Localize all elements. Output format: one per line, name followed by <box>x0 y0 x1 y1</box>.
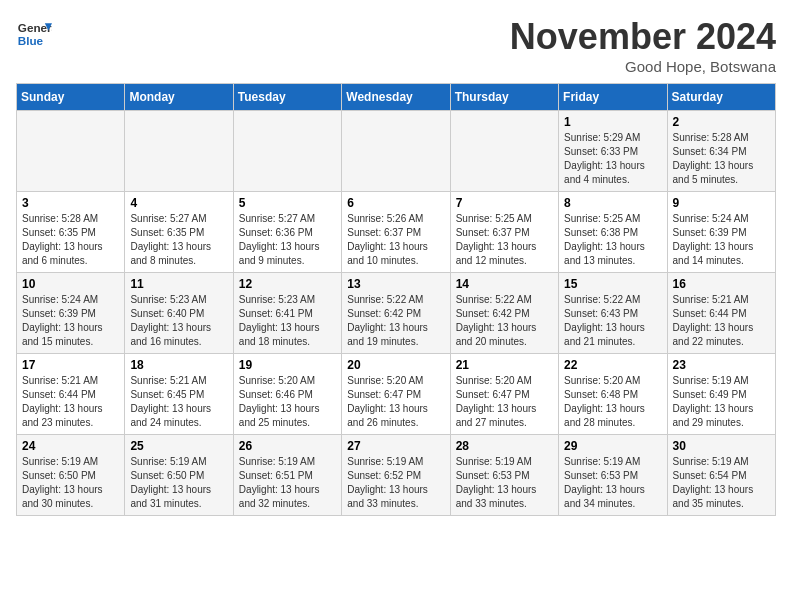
page-header: General Blue November 2024 Good Hope, Bo… <box>16 16 776 75</box>
calendar-week-row: 1Sunrise: 5:29 AMSunset: 6:33 PMDaylight… <box>17 111 776 192</box>
day-number: 7 <box>456 196 553 210</box>
day-info: Sunrise: 5:20 AMSunset: 6:47 PMDaylight:… <box>456 374 553 430</box>
calendar-cell: 27Sunrise: 5:19 AMSunset: 6:52 PMDayligh… <box>342 435 450 516</box>
day-number: 8 <box>564 196 661 210</box>
calendar-cell: 17Sunrise: 5:21 AMSunset: 6:44 PMDayligh… <box>17 354 125 435</box>
day-info: Sunrise: 5:22 AMSunset: 6:42 PMDaylight:… <box>347 293 444 349</box>
calendar-header-row: SundayMondayTuesdayWednesdayThursdayFrid… <box>17 84 776 111</box>
day-info: Sunrise: 5:19 AMSunset: 6:50 PMDaylight:… <box>22 455 119 511</box>
calendar-cell: 6Sunrise: 5:26 AMSunset: 6:37 PMDaylight… <box>342 192 450 273</box>
day-info: Sunrise: 5:20 AMSunset: 6:46 PMDaylight:… <box>239 374 336 430</box>
day-number: 22 <box>564 358 661 372</box>
day-number: 3 <box>22 196 119 210</box>
day-info: Sunrise: 5:23 AMSunset: 6:40 PMDaylight:… <box>130 293 227 349</box>
calendar-cell: 29Sunrise: 5:19 AMSunset: 6:53 PMDayligh… <box>559 435 667 516</box>
calendar-cell: 7Sunrise: 5:25 AMSunset: 6:37 PMDaylight… <box>450 192 558 273</box>
calendar-cell: 14Sunrise: 5:22 AMSunset: 6:42 PMDayligh… <box>450 273 558 354</box>
day-number: 24 <box>22 439 119 453</box>
calendar-cell: 1Sunrise: 5:29 AMSunset: 6:33 PMDaylight… <box>559 111 667 192</box>
calendar-cell <box>342 111 450 192</box>
calendar-cell: 30Sunrise: 5:19 AMSunset: 6:54 PMDayligh… <box>667 435 775 516</box>
calendar-cell: 19Sunrise: 5:20 AMSunset: 6:46 PMDayligh… <box>233 354 341 435</box>
day-info: Sunrise: 5:19 AMSunset: 6:50 PMDaylight:… <box>130 455 227 511</box>
day-info: Sunrise: 5:28 AMSunset: 6:34 PMDaylight:… <box>673 131 770 187</box>
day-info: Sunrise: 5:19 AMSunset: 6:54 PMDaylight:… <box>673 455 770 511</box>
day-header-friday: Friday <box>559 84 667 111</box>
calendar-cell: 25Sunrise: 5:19 AMSunset: 6:50 PMDayligh… <box>125 435 233 516</box>
day-number: 12 <box>239 277 336 291</box>
svg-text:General: General <box>18 21 52 34</box>
day-info: Sunrise: 5:29 AMSunset: 6:33 PMDaylight:… <box>564 131 661 187</box>
calendar-cell: 15Sunrise: 5:22 AMSunset: 6:43 PMDayligh… <box>559 273 667 354</box>
calendar-cell: 5Sunrise: 5:27 AMSunset: 6:36 PMDaylight… <box>233 192 341 273</box>
calendar-cell: 10Sunrise: 5:24 AMSunset: 6:39 PMDayligh… <box>17 273 125 354</box>
calendar-cell: 8Sunrise: 5:25 AMSunset: 6:38 PMDaylight… <box>559 192 667 273</box>
calendar-cell <box>17 111 125 192</box>
day-info: Sunrise: 5:27 AMSunset: 6:35 PMDaylight:… <box>130 212 227 268</box>
calendar-cell: 11Sunrise: 5:23 AMSunset: 6:40 PMDayligh… <box>125 273 233 354</box>
day-info: Sunrise: 5:21 AMSunset: 6:44 PMDaylight:… <box>673 293 770 349</box>
day-number: 10 <box>22 277 119 291</box>
svg-text:Blue: Blue <box>18 34 44 47</box>
day-info: Sunrise: 5:21 AMSunset: 6:44 PMDaylight:… <box>22 374 119 430</box>
day-info: Sunrise: 5:27 AMSunset: 6:36 PMDaylight:… <box>239 212 336 268</box>
day-number: 1 <box>564 115 661 129</box>
day-number: 9 <box>673 196 770 210</box>
calendar-cell <box>125 111 233 192</box>
day-header-sunday: Sunday <box>17 84 125 111</box>
day-number: 5 <box>239 196 336 210</box>
calendar-cell: 22Sunrise: 5:20 AMSunset: 6:48 PMDayligh… <box>559 354 667 435</box>
calendar-cell: 23Sunrise: 5:19 AMSunset: 6:49 PMDayligh… <box>667 354 775 435</box>
day-header-tuesday: Tuesday <box>233 84 341 111</box>
day-number: 28 <box>456 439 553 453</box>
calendar-cell: 16Sunrise: 5:21 AMSunset: 6:44 PMDayligh… <box>667 273 775 354</box>
day-info: Sunrise: 5:19 AMSunset: 6:53 PMDaylight:… <box>456 455 553 511</box>
day-info: Sunrise: 5:22 AMSunset: 6:42 PMDaylight:… <box>456 293 553 349</box>
day-info: Sunrise: 5:24 AMSunset: 6:39 PMDaylight:… <box>22 293 119 349</box>
day-info: Sunrise: 5:23 AMSunset: 6:41 PMDaylight:… <box>239 293 336 349</box>
day-number: 14 <box>456 277 553 291</box>
day-number: 27 <box>347 439 444 453</box>
day-info: Sunrise: 5:19 AMSunset: 6:53 PMDaylight:… <box>564 455 661 511</box>
day-number: 11 <box>130 277 227 291</box>
day-info: Sunrise: 5:21 AMSunset: 6:45 PMDaylight:… <box>130 374 227 430</box>
calendar-week-row: 17Sunrise: 5:21 AMSunset: 6:44 PMDayligh… <box>17 354 776 435</box>
calendar-cell: 18Sunrise: 5:21 AMSunset: 6:45 PMDayligh… <box>125 354 233 435</box>
day-header-saturday: Saturday <box>667 84 775 111</box>
day-number: 17 <box>22 358 119 372</box>
calendar-cell: 12Sunrise: 5:23 AMSunset: 6:41 PMDayligh… <box>233 273 341 354</box>
day-number: 26 <box>239 439 336 453</box>
day-number: 30 <box>673 439 770 453</box>
calendar-cell: 9Sunrise: 5:24 AMSunset: 6:39 PMDaylight… <box>667 192 775 273</box>
day-header-thursday: Thursday <box>450 84 558 111</box>
day-header-wednesday: Wednesday <box>342 84 450 111</box>
day-info: Sunrise: 5:19 AMSunset: 6:51 PMDaylight:… <box>239 455 336 511</box>
day-number: 13 <box>347 277 444 291</box>
day-info: Sunrise: 5:19 AMSunset: 6:52 PMDaylight:… <box>347 455 444 511</box>
location-subtitle: Good Hope, Botswana <box>510 58 776 75</box>
day-number: 20 <box>347 358 444 372</box>
day-info: Sunrise: 5:20 AMSunset: 6:48 PMDaylight:… <box>564 374 661 430</box>
logo: General Blue <box>16 16 52 52</box>
day-number: 19 <box>239 358 336 372</box>
calendar-cell: 28Sunrise: 5:19 AMSunset: 6:53 PMDayligh… <box>450 435 558 516</box>
calendar-cell: 21Sunrise: 5:20 AMSunset: 6:47 PMDayligh… <box>450 354 558 435</box>
day-info: Sunrise: 5:28 AMSunset: 6:35 PMDaylight:… <box>22 212 119 268</box>
day-number: 29 <box>564 439 661 453</box>
day-info: Sunrise: 5:25 AMSunset: 6:38 PMDaylight:… <box>564 212 661 268</box>
calendar-body: 1Sunrise: 5:29 AMSunset: 6:33 PMDaylight… <box>17 111 776 516</box>
calendar-table: SundayMondayTuesdayWednesdayThursdayFrid… <box>16 83 776 516</box>
day-number: 18 <box>130 358 227 372</box>
calendar-week-row: 3Sunrise: 5:28 AMSunset: 6:35 PMDaylight… <box>17 192 776 273</box>
calendar-cell: 24Sunrise: 5:19 AMSunset: 6:50 PMDayligh… <box>17 435 125 516</box>
month-year-title: November 2024 <box>510 16 776 58</box>
calendar-cell <box>450 111 558 192</box>
day-number: 21 <box>456 358 553 372</box>
day-info: Sunrise: 5:24 AMSunset: 6:39 PMDaylight:… <box>673 212 770 268</box>
title-block: November 2024 Good Hope, Botswana <box>510 16 776 75</box>
day-number: 15 <box>564 277 661 291</box>
calendar-cell: 26Sunrise: 5:19 AMSunset: 6:51 PMDayligh… <box>233 435 341 516</box>
calendar-cell <box>233 111 341 192</box>
day-header-monday: Monday <box>125 84 233 111</box>
logo-icon: General Blue <box>16 16 52 52</box>
